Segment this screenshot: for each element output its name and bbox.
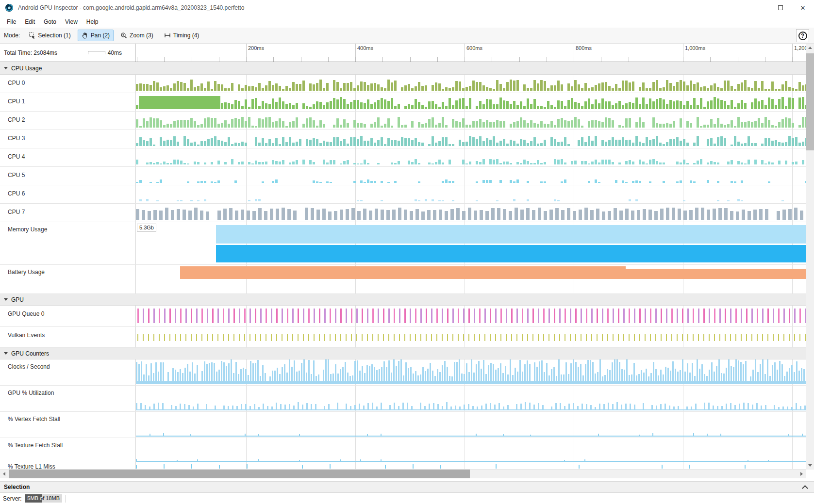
ruler-tick-label: 400ms	[357, 45, 373, 51]
track-chart-texture-l1-miss[interactable]	[136, 463, 806, 469]
selection-panel-header[interactable]: Selection	[0, 481, 814, 493]
down-arrow-icon	[808, 464, 812, 467]
track-label-memory-usage[interactable]: Memory Usage	[0, 222, 136, 264]
track-label-cpu-7[interactable]: CPU 7	[0, 204, 136, 222]
track-chart-gpu-utilization[interactable]	[136, 386, 806, 411]
track-chart-svg	[136, 148, 806, 166]
track-chart-svg	[136, 438, 806, 463]
vertical-scroll-thumb[interactable]	[806, 53, 814, 150]
menu-item-help[interactable]: Help	[82, 17, 103, 27]
track-chart-svg	[136, 463, 806, 469]
maximize-button[interactable]	[769, 0, 792, 16]
ruler-scale[interactable]: 200ms400ms600ms800ms1,000ms1,200ms	[136, 44, 806, 62]
track-chart-battery-usage[interactable]	[136, 265, 806, 293]
ruler-tick-label: 1,200ms	[794, 45, 806, 51]
track-label-cpu-0[interactable]: CPU 0	[0, 75, 136, 93]
scroll-right-arrow[interactable]	[797, 470, 806, 478]
track-label-cpu-2[interactable]: CPU 2	[0, 112, 136, 130]
track-chart-memory-usage[interactable]: 5.3Gb	[136, 222, 806, 264]
track-chart-cpu-3[interactable]	[136, 130, 806, 148]
track-label-battery-usage[interactable]: Battery Usage	[0, 265, 136, 293]
track-label-texture-fetch-stall[interactable]: % Texture Fetch Stall	[0, 438, 136, 463]
ruler-minor-tick	[410, 57, 411, 62]
track-row-vulkan-events: Vulkan Events	[0, 327, 806, 348]
track-chart-svg	[136, 306, 806, 326]
menu-item-edit[interactable]: Edit	[20, 17, 39, 27]
chevron-up-icon[interactable]	[802, 485, 808, 491]
track-chart-texture-fetch-stall[interactable]	[136, 438, 806, 463]
horizontal-scrollbar[interactable]	[0, 470, 806, 478]
track-label-gpu-utilization[interactable]: GPU % Utilization	[0, 386, 136, 411]
track-chart-cpu-4[interactable]	[136, 148, 806, 166]
menu-item-goto[interactable]: Goto	[39, 17, 61, 27]
horizontal-scroll-thumb[interactable]	[9, 470, 470, 478]
track-chart-cpu-5[interactable]	[136, 167, 806, 185]
section-header-gpu[interactable]: GPU	[0, 294, 806, 306]
track-chart-vertex-fetch-stall[interactable]	[136, 412, 806, 438]
ruler-minor-tick	[328, 57, 329, 62]
track-chart-svg	[136, 112, 806, 130]
track-label-vulkan-events[interactable]: Vulkan Events	[0, 327, 136, 347]
toolbar: Mode: Selection (1)Pan (2)Zoom (3)Timing…	[0, 28, 814, 44]
help-button[interactable]: ?	[796, 29, 809, 42]
track-label-cpu-3[interactable]: CPU 3	[0, 130, 136, 148]
track-chart-cpu-0[interactable]	[136, 75, 806, 93]
track-label-texture-l1-miss[interactable]: % Texture L1 Miss	[0, 463, 136, 469]
track-label-vertex-fetch-stall[interactable]: % Vertex Fetch Stall	[0, 412, 136, 438]
timing-mode-button[interactable]: Timing (4)	[160, 30, 203, 41]
ruler-minor-tick	[437, 57, 438, 62]
collapse-arrow-icon	[4, 298, 8, 301]
track-list: CPU UsageCPU 0CPU 1CPU 2CPU 3CPU 4CPU 5C…	[0, 62, 814, 470]
track-row-cpu-5: CPU 5	[0, 167, 806, 185]
pan-mode-button[interactable]: Pan (2)	[78, 30, 114, 41]
track-chart-clocks-second[interactable]	[136, 359, 806, 385]
section-header-cpu-usage[interactable]: CPU Usage	[0, 62, 806, 75]
ruler-minor-tick	[683, 57, 683, 62]
track-chart-cpu-2[interactable]	[136, 112, 806, 130]
track-row-gpu-utilization: GPU % Utilization	[0, 386, 806, 412]
track-label-gpu-queue-0[interactable]: GPU Queue 0	[0, 306, 136, 326]
ruler-minor-tick	[547, 57, 547, 62]
right-arrow-icon	[800, 472, 803, 476]
section-header-gpu-counters[interactable]: GPU Counters	[0, 348, 806, 359]
ruler-minor-tick	[355, 57, 356, 62]
ruler-minor-tick	[273, 57, 274, 62]
track-label-cpu-1[interactable]: CPU 1	[0, 93, 136, 111]
scroll-down-arrow[interactable]	[806, 461, 814, 470]
ruler-minor-tick	[192, 57, 192, 62]
close-icon: ✕	[800, 4, 806, 12]
status-divider	[66, 495, 66, 503]
track-chart-cpu-7[interactable]	[136, 204, 806, 222]
ruler-minor-tick	[382, 57, 383, 62]
left-arrow-icon	[3, 472, 5, 476]
status-bar: Server: 5MB of 18MB 5MB of 18MB	[0, 493, 814, 504]
track-row-clocks-second: Clocks / Second	[0, 359, 806, 386]
ruler-minor-tick	[519, 57, 520, 62]
zoom-mode-button[interactable]: Zoom (3)	[116, 30, 157, 41]
ruler-minor-tick	[601, 57, 601, 62]
track-chart-gpu-queue-0[interactable]	[136, 306, 806, 326]
close-button[interactable]: ✕	[792, 0, 814, 16]
maximize-icon	[778, 5, 783, 10]
track-label-cpu-4[interactable]: CPU 4	[0, 148, 136, 166]
menu-item-view[interactable]: View	[61, 17, 82, 27]
ruler-minor-tick	[246, 57, 247, 62]
menu-item-file[interactable]: File	[2, 17, 20, 27]
minimize-button[interactable]	[747, 0, 769, 16]
track-chart-cpu-1[interactable]	[136, 93, 806, 111]
track-chart-svg	[136, 204, 806, 222]
track-chart-cpu-6[interactable]	[136, 185, 806, 203]
track-label-clocks-second[interactable]: Clocks / Second	[0, 359, 136, 385]
scroll-left-arrow[interactable]	[0, 470, 8, 478]
track-row-cpu-7: CPU 7	[0, 204, 806, 222]
track-row-cpu-4: CPU 4	[0, 148, 806, 167]
selection-mode-button[interactable]: Selection (1)	[25, 30, 74, 41]
vertical-scrollbar[interactable]	[806, 44, 814, 470]
timeline-ruler: Total Time: 2s084ms 40ms 200ms400ms600ms…	[0, 44, 806, 62]
track-chart-vulkan-events[interactable]	[136, 327, 806, 347]
help-icon: ?	[798, 32, 807, 40]
track-label-cpu-6[interactable]: CPU 6	[0, 185, 136, 203]
track-label-cpu-5[interactable]: CPU 5	[0, 167, 136, 185]
scroll-up-arrow[interactable]	[806, 44, 814, 52]
track-row-battery-usage: Battery Usage	[0, 265, 806, 294]
